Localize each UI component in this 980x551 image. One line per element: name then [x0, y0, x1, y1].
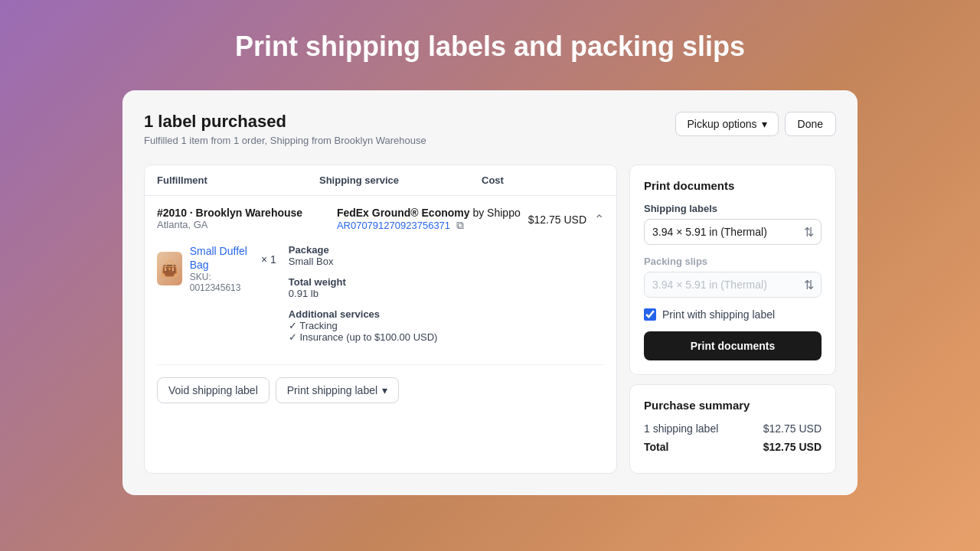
- pickup-options-label: Pickup options: [687, 118, 756, 130]
- col-expand: [581, 174, 604, 186]
- col-fulfillment: Fulfillment: [157, 174, 319, 186]
- pickup-options-button[interactable]: Pickup options ▾: [675, 112, 778, 136]
- done-button[interactable]: Done: [785, 112, 836, 136]
- shipping-service-name: FedEx Ground® Economy: [337, 207, 470, 219]
- chevron-up-icon[interactable]: ⌃: [594, 212, 604, 227]
- shipping-label-row-label: 1 shipping label: [644, 422, 718, 435]
- copy-icon[interactable]: ⧉: [456, 219, 464, 232]
- shipping-labels-select[interactable]: 3.94 × 5.91 in (Thermal) 4 × 6 in (Therm…: [644, 219, 822, 245]
- tracking-link[interactable]: AR070791270923756371: [337, 220, 450, 231]
- print-label-button[interactable]: Print shipping label ▾: [276, 377, 399, 403]
- right-panel: Print documents Shipping labels 3.94 × 5…: [629, 165, 836, 474]
- label-count: 1 label purchased: [144, 112, 426, 132]
- package-details: Package Small Box Total weight 0.91 lb A…: [289, 244, 604, 352]
- chevron-down-icon-2: ▾: [382, 384, 387, 396]
- print-docs-title: Print documents: [644, 179, 822, 192]
- col-cost: Cost: [482, 174, 581, 186]
- purchase-summary-title: Purchase summary: [644, 399, 822, 412]
- packing-slips-label: Packing slips: [644, 256, 822, 267]
- fulfillment-id: #2010 · Brooklyn Warehouse: [157, 207, 302, 219]
- fulfillment-row: #2010 · Brooklyn Warehouse Atlanta, GA F…: [145, 196, 616, 414]
- print-docs-card: Print documents Shipping labels 3.94 × 5…: [629, 165, 836, 375]
- package-value: Small Box: [289, 256, 604, 267]
- chevron-down-icon: ▾: [762, 118, 767, 130]
- shipping-label-row-value: $12.75 USD: [763, 422, 822, 435]
- product-link[interactable]: Small Duffel Bag: [190, 245, 247, 271]
- packing-slips-select-wrapper: 3.94 × 5.91 in (Thermal) ⇅: [644, 272, 822, 298]
- shipping-detail-row: 👜 Small Duffel Bag SKU: 0012345613 × 1 P…: [157, 244, 604, 352]
- fulfillment-table: Fulfillment Shipping service Cost #2010 …: [144, 165, 617, 474]
- header-left: 1 label purchased Fulfilled 1 item from …: [144, 112, 426, 146]
- total-label: Total: [644, 441, 668, 453]
- main-content: Fulfillment Shipping service Cost #2010 …: [144, 165, 836, 474]
- table-header: Fulfillment Shipping service Cost: [145, 165, 616, 196]
- service-insurance: Insurance (up to $100.00 USD): [289, 331, 604, 343]
- shipping-labels-label: Shipping labels: [644, 203, 822, 214]
- header-right: Pickup options ▾ Done: [675, 112, 836, 136]
- quantity-badge: × 1: [261, 244, 276, 266]
- page-title: Print shipping labels and packing slips: [235, 31, 745, 63]
- weight-value: 0.91 lb: [289, 288, 604, 299]
- fulfillment-cost: $12.75 USD: [528, 214, 586, 226]
- fulfillment-info: #2010 · Brooklyn Warehouse Atlanta, GA F…: [157, 207, 604, 232]
- print-with-label-checkbox[interactable]: [644, 308, 656, 321]
- purchase-summary-card: Purchase summary 1 shipping label $12.75…: [629, 384, 836, 474]
- total-row: Total $12.75 USD: [644, 441, 822, 453]
- packing-slips-select[interactable]: 3.94 × 5.91 in (Thermal): [644, 272, 822, 298]
- fulfillment-shipping: FedEx Ground® Economy by Shippo AR070791…: [337, 207, 521, 232]
- services-section: Additional services Tracking Insurance (…: [289, 308, 604, 343]
- main-card: 1 label purchased Fulfilled 1 item from …: [122, 90, 858, 495]
- product-image: 👜: [157, 252, 182, 285]
- void-label-button[interactable]: Void shipping label: [157, 377, 270, 403]
- fulfillment-info-left: #2010 · Brooklyn Warehouse Atlanta, GA: [157, 207, 302, 230]
- fulfillment-location: Atlanta, GA: [157, 219, 302, 230]
- product-name-block: Small Duffel Bag SKU: 0012345613: [190, 244, 249, 293]
- shipping-labels-select-wrapper: 3.94 × 5.91 in (Thermal) 4 × 6 in (Therm…: [644, 219, 822, 245]
- action-buttons: Void shipping label Print shipping label…: [157, 364, 604, 403]
- header-subtitle: Fulfilled 1 item from 1 order, Shipping …: [144, 135, 426, 146]
- print-documents-button[interactable]: Print documents: [644, 331, 822, 360]
- shipping-by-text: by Shippo: [472, 207, 520, 219]
- print-with-label-label[interactable]: Print with shipping label: [662, 308, 775, 321]
- fulfillment-info-right: FedEx Ground® Economy by Shippo AR070791…: [337, 207, 604, 232]
- print-label-text: Print shipping label: [287, 384, 377, 396]
- card-header: 1 label purchased Fulfilled 1 item from …: [144, 112, 836, 146]
- additional-label: Additional services: [289, 308, 604, 320]
- col-shipping: Shipping service: [319, 174, 482, 186]
- product-sku: SKU: 0012345613: [190, 272, 249, 293]
- package-label: Package: [289, 244, 604, 256]
- service-tracking: Tracking: [289, 320, 604, 331]
- package-section: Package Small Box: [289, 244, 604, 267]
- product-info: 👜 Small Duffel Bag SKU: 0012345613: [157, 244, 249, 293]
- total-value: $12.75 USD: [763, 441, 822, 453]
- weight-section: Total weight 0.91 lb: [289, 276, 604, 299]
- checkbox-row: Print with shipping label: [644, 308, 822, 321]
- shipping-label-row: 1 shipping label $12.75 USD: [644, 422, 822, 435]
- weight-label: Total weight: [289, 276, 604, 288]
